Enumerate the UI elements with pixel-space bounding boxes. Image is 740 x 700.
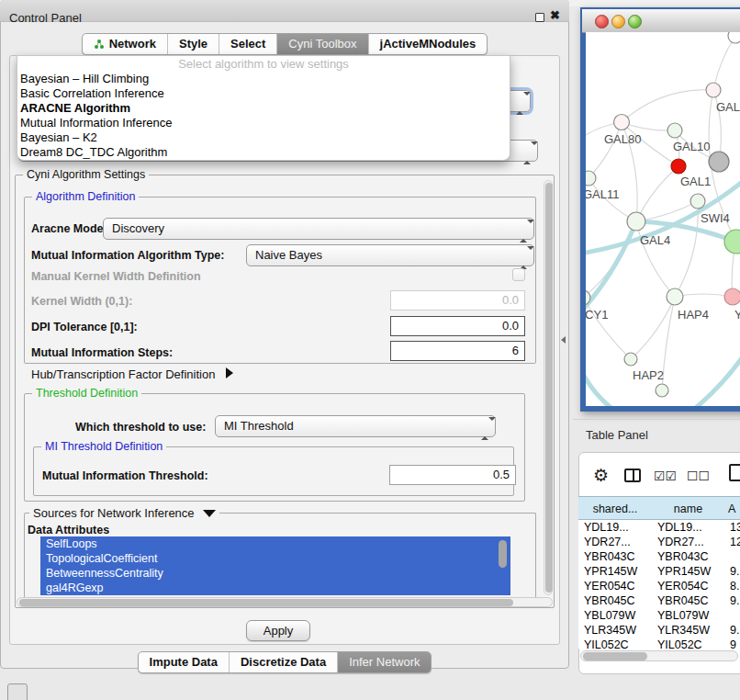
tab-network[interactable]: Network <box>83 34 167 54</box>
attribute-item[interactable]: TopologicalCoefficient <box>40 551 510 566</box>
algorithm-option[interactable]: Bayesian – Hill Climbing <box>17 72 510 86</box>
hub-definition-toggle[interactable]: Hub/Transcription Factor Definition <box>31 367 233 381</box>
node-gal80[interactable] <box>614 115 630 130</box>
tab-impute-data[interactable]: Impute Data <box>139 652 229 672</box>
which-threshold-combo[interactable]: MI Threshold <box>215 415 496 437</box>
table-cell: YBL079W <box>584 608 652 623</box>
settings-vertical-scrollbar[interactable] <box>544 180 553 595</box>
table-cell: YDR27... <box>657 535 724 549</box>
tab-cyni-toolbox[interactable]: Cyni Toolbox <box>276 34 367 54</box>
network-edge[interactable] <box>636 166 678 221</box>
kernel-width-field[interactable]: 0.0 <box>390 290 525 310</box>
table-cell: 9 <box>730 638 740 649</box>
attribute-item[interactable]: gal4RGexp <box>40 581 510 595</box>
columns-icon[interactable] <box>624 469 641 482</box>
dpi-tolerance-label: DPI Tolerance [0,1]: <box>31 321 138 333</box>
node-top[interactable] <box>728 32 740 43</box>
deselect-all-checks-icon[interactable]: ☐☐ <box>687 469 710 483</box>
mac-close-button[interactable] <box>595 15 609 28</box>
network-edge[interactable] <box>692 335 740 406</box>
sources-toggle[interactable]: Sources for Network Inference <box>29 506 219 520</box>
combo-arrows-icon <box>481 421 489 432</box>
algorithm-option[interactable]: Mutual Information Inference <box>17 116 510 130</box>
node-hap2[interactable] <box>624 353 637 366</box>
attribute-item[interactable]: SelfLoops <box>40 536 510 551</box>
table-row[interactable]: YBL079WYBL079W <box>578 608 740 623</box>
table-row[interactable]: YBR043CYBR043C <box>578 549 740 564</box>
table-horizontal-scrollbar[interactable] <box>580 650 738 661</box>
aracne-mode-combo[interactable]: Discovery <box>103 218 534 240</box>
mi-algorithm-type-combo[interactable]: Naive Bayes <box>246 244 534 266</box>
column-header[interactable]: shared... <box>578 497 653 520</box>
table-cell: YPR145W <box>657 564 724 579</box>
table-row[interactable]: YDR27...YDR27...12 <box>578 535 740 549</box>
tab-jactivemnodules[interactable]: jActiveMNodules <box>368 34 488 54</box>
node-gray[interactable] <box>709 152 729 172</box>
table-row[interactable]: YDL19...YDL19...13 <box>578 520 740 535</box>
network-edge[interactable] <box>631 297 675 359</box>
node-bottom[interactable] <box>656 384 668 397</box>
node-pink-right[interactable] <box>724 288 740 305</box>
node-gal1[interactable] <box>671 159 686 174</box>
node-gal-cut[interactable] <box>706 83 721 97</box>
network-edge[interactable] <box>586 221 636 319</box>
tab-discretize-data[interactable]: Discretize Data <box>229 652 337 672</box>
node-green-right[interactable] <box>724 230 740 254</box>
algorithm-option[interactable]: Basic Correlation Inference <box>17 86 510 101</box>
manual-kernel-checkbox[interactable] <box>512 268 525 281</box>
aracne-mode-value: Discovery <box>112 221 164 235</box>
node-swi4[interactable] <box>690 194 705 209</box>
table-row[interactable]: YIL052CYIL052C9 <box>578 638 740 649</box>
table-cell: YER054C <box>584 579 652 593</box>
tab-style[interactable]: Style <box>167 34 219 54</box>
column-header[interactable]: name <box>652 497 725 520</box>
table-cell: 8. <box>730 579 740 593</box>
node-gal80-label: GAL80 <box>604 132 641 146</box>
table-cell: YBR045C <box>657 593 724 608</box>
table-cell: YBR043C <box>584 549 652 564</box>
new-table-document-icon[interactable] <box>729 464 740 481</box>
algorithm-option[interactable]: Dream8 DC_TDC Algorithm <box>17 145 510 160</box>
network-edge[interactable] <box>586 356 617 406</box>
mac-zoom-button[interactable] <box>628 15 642 28</box>
table-row[interactable]: YPR145WYPR145W9. <box>578 564 740 579</box>
table-cell: 13 <box>730 520 740 535</box>
combo-arrows-icon <box>520 223 528 234</box>
network-view-window: GALGAL80GAL10GAL1GAL11SWI4GAL4GCY1HAP4YH… <box>580 7 740 412</box>
table-row[interactable]: YLR345WYLR345W9. <box>578 623 740 638</box>
hub-definition-label: Hub/Transcription Factor Definition <box>31 367 215 381</box>
select-all-checks-icon[interactable]: ☑☑ <box>654 469 677 483</box>
table-cell: YDL19... <box>657 520 724 535</box>
algorithm-option-list: Bayesian – Hill ClimbingBasic Correlatio… <box>17 72 510 160</box>
algorithm-option[interactable]: Bayesian – K2 <box>17 130 510 145</box>
network-canvas[interactable]: GALGAL80GAL10GAL1GAL11SWI4GAL4GCY1HAP4YH… <box>586 32 740 406</box>
close-icon[interactable]: ✖ <box>550 8 560 22</box>
network-edge[interactable] <box>586 221 636 298</box>
gear-icon[interactable]: ⚙ <box>593 465 609 486</box>
network-edge[interactable] <box>713 36 735 90</box>
column-header[interactable]: A <box>724 497 740 520</box>
node-gal10[interactable] <box>667 123 682 138</box>
mi-steps-field[interactable]: 6 <box>390 341 525 361</box>
algorithm-option[interactable]: ARACNE Algorithm <box>17 101 510 116</box>
mac-minimize-button[interactable] <box>611 15 625 28</box>
table-row[interactable]: YBR045CYBR045C9. <box>578 593 740 608</box>
settings-horizontal-scrollbar[interactable] <box>17 597 553 607</box>
node-hap4[interactable] <box>667 288 683 305</box>
table-cell: 9. <box>730 564 740 579</box>
float-window-icon[interactable] <box>535 13 544 22</box>
minimized-panel-icon[interactable] <box>7 683 28 700</box>
split-pane-handle[interactable] <box>561 336 566 344</box>
attributes-scrollbar[interactable] <box>499 540 507 568</box>
node-gal11[interactable] <box>586 171 596 186</box>
tab-infer-network[interactable]: Infer Network <box>337 652 431 672</box>
table-cell: YDR27... <box>584 535 652 549</box>
tab-select[interactable]: Select <box>219 34 276 54</box>
network-edge[interactable] <box>622 90 713 122</box>
node-gal4[interactable] <box>627 212 645 231</box>
table-row[interactable]: YER054CYER054C8. <box>578 579 740 593</box>
dpi-tolerance-field[interactable]: 0.0 <box>390 316 525 336</box>
mi-threshold-field[interactable]: 0.5 <box>389 465 516 485</box>
attribute-item[interactable]: BetweennessCentrality <box>40 566 510 581</box>
apply-button[interactable]: Apply <box>246 620 310 641</box>
